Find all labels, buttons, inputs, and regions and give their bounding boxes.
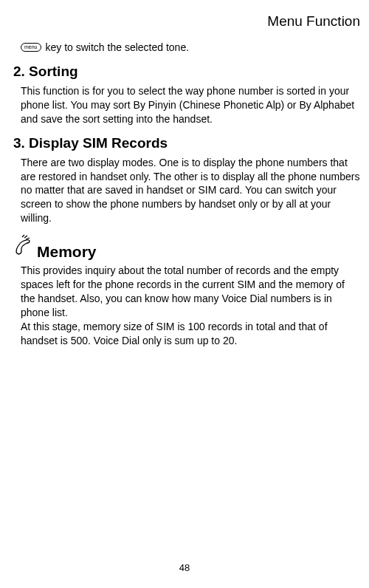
sorting-title: 2. Sorting: [13, 64, 362, 80]
menu-key-text: key to switch the selected tone.: [46, 41, 190, 53]
memory-heading: Memory: [13, 234, 362, 261]
page-number: 48: [0, 562, 369, 573]
sorting-body: This function is for you to select the w…: [21, 84, 360, 126]
menu-key-line: menu key to switch the selected tone.: [21, 41, 362, 53]
memory-body-1: This provides inquiry about the total nu…: [21, 264, 360, 320]
menu-key-icon: menu: [21, 43, 41, 52]
memory-body-2: At this stage, memory size of SIM is 100…: [21, 320, 360, 348]
memory-title: Memory: [37, 243, 97, 261]
page-header: Menu Function: [7, 13, 362, 30]
display-sim-title: 3. Display SIM Records: [13, 135, 362, 151]
display-sim-body: There are two display modes. One is to d…: [21, 156, 360, 225]
phone-icon: [13, 234, 32, 259]
